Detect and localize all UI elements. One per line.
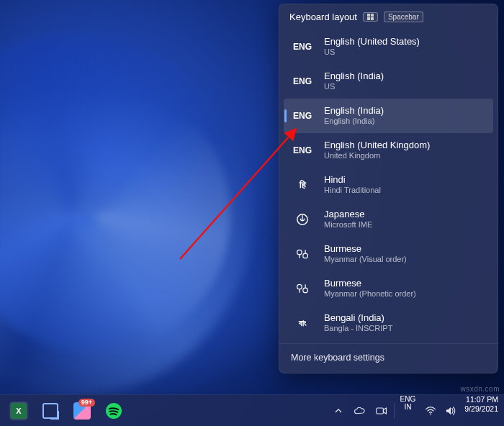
language-line2: IN [404, 403, 411, 411]
layout-sub: United Kingdom [324, 151, 430, 161]
keyboard-layout-flyout: Keyboard layout Spacebar ENGEnglish (Uni… [279, 4, 498, 373]
svg-rect-2 [367, 17, 370, 20]
layout-item-8[interactable]: বাংBengali (India)Bangla - INSCRIPT [284, 306, 493, 340]
cloud-icon [354, 404, 366, 417]
taskbar-pinned-apps: X 99+ [0, 396, 128, 425]
svg-point-8 [303, 288, 308, 293]
layout-code [291, 213, 314, 226]
layout-code: ENG [291, 42, 314, 52]
taskbar-app-excel[interactable]: X [4, 396, 33, 425]
burmese-icon [296, 282, 309, 295]
spacebar-key-hint: Spacebar [384, 12, 423, 22]
layout-name: Japanese [324, 209, 372, 220]
svg-point-7 [297, 284, 302, 289]
tray-clock[interactable]: 11:07 PM 9/29/2021 [462, 395, 504, 426]
more-keyboard-settings-link[interactable]: More keyboard settings [279, 343, 498, 373]
layout-code: हि [291, 180, 314, 190]
wifi-icon [424, 404, 437, 417]
layout-texts: Bengali (India)Bangla - INSCRIPT [324, 312, 392, 334]
layout-sub: Myanmar (Visual order) [324, 255, 407, 265]
layout-texts: English (United States)US [324, 36, 420, 58]
layout-name: Bengali (India) [324, 312, 392, 324]
layout-code [291, 248, 314, 260]
layout-texts: HindiHindi Traditional [324, 174, 381, 196]
layout-sub: US [324, 82, 384, 92]
taskbar: X 99+ [0, 394, 504, 426]
chevron-up-icon [332, 404, 345, 417]
layout-sub: Microsoft IME [324, 220, 372, 230]
layout-sub: English (India) [324, 117, 384, 127]
layout-item-4[interactable]: हिHindiHindi Traditional [284, 168, 493, 202]
layout-code: ENG [291, 76, 314, 86]
layout-name: Burmese [324, 243, 407, 255]
layout-texts: English (United Kingdom)United Kingdom [324, 140, 430, 161]
layout-item-0[interactable]: ENGEnglish (United States)US [284, 30, 493, 64]
svg-rect-3 [371, 17, 374, 20]
layout-item-2[interactable]: ENGEnglish (India)English (India) [284, 99, 493, 133]
layout-texts: English (India)US [324, 71, 384, 92]
layout-sub: Hindi Traditional [324, 186, 381, 196]
clock-time: 11:07 PM [466, 395, 498, 404]
watermark: wsxdn.com [460, 385, 500, 393]
layout-code: বাং [291, 318, 314, 328]
clock-date: 9/29/2021 [464, 404, 498, 414]
layout-texts: BurmeseMyanmar (Visual order) [324, 243, 407, 265]
layout-name: English (India) [324, 71, 384, 82]
tray-onedrive[interactable] [349, 395, 371, 426]
tray-meetnow[interactable] [371, 395, 392, 426]
tray-divider [394, 403, 395, 419]
layout-item-5[interactable]: JapaneseMicrosoft IME [284, 202, 493, 237]
tray-overflow-button[interactable] [328, 395, 349, 426]
layout-sub: Myanmar (Phonetic order) [324, 289, 416, 299]
flyout-header: Keyboard layout Spacebar [279, 4, 498, 27]
camera-icon [375, 404, 388, 417]
layout-name: Burmese [324, 278, 416, 289]
language-line1: ENG [400, 395, 416, 403]
layout-name: Hindi [324, 174, 381, 186]
layout-code [291, 282, 314, 295]
tray-quick-settings[interactable] [420, 395, 462, 426]
svg-point-6 [303, 253, 308, 258]
flyout-title: Keyboard layout [289, 12, 357, 22]
svg-point-11 [430, 413, 431, 414]
taskbar-app-sniptool[interactable] [36, 396, 65, 425]
spotify-icon [106, 403, 122, 419]
layout-code: ENG [291, 145, 314, 155]
layout-list: ENGEnglish (United States)USENGEnglish (… [279, 27, 498, 343]
layout-texts: BurmeseMyanmar (Phonetic order) [324, 278, 416, 299]
taskbar-app-spotify[interactable] [99, 396, 128, 425]
layout-sub: US [324, 47, 420, 58]
layout-name: English (United States) [324, 36, 420, 47]
layout-item-3[interactable]: ENGEnglish (United Kingdom)United Kingdo… [284, 133, 493, 168]
svg-rect-1 [371, 14, 374, 17]
taskbar-widgets[interactable]: 99+ [68, 396, 96, 425]
burmese-icon [296, 248, 309, 260]
tray-language-indicator[interactable]: ENG IN [396, 395, 420, 426]
layout-sub: Bangla - INSCRIPT [324, 324, 392, 334]
taskbar-system-tray: ENG IN 11:07 PM 9/29/2021 [328, 395, 504, 426]
svg-rect-0 [367, 14, 370, 17]
layout-item-1[interactable]: ENGEnglish (India)US [284, 64, 493, 99]
layout-code: ENG [291, 111, 314, 121]
japanese-icon [296, 213, 309, 226]
excel-icon: X [11, 403, 27, 419]
snip-icon [42, 403, 58, 419]
widgets-badge: 99+ [78, 399, 95, 407]
svg-point-5 [297, 250, 302, 255]
layout-texts: JapaneseMicrosoft IME [324, 209, 372, 230]
layout-name: English (United Kingdom) [324, 140, 430, 151]
svg-rect-10 [376, 408, 383, 414]
layout-item-6[interactable]: BurmeseMyanmar (Visual order) [284, 237, 493, 271]
layout-texts: English (India)English (India) [324, 105, 384, 127]
win-key-icon [363, 12, 378, 22]
layout-name: English (India) [324, 105, 384, 117]
layout-item-7[interactable]: BurmeseMyanmar (Phonetic order) [284, 271, 493, 306]
volume-icon [444, 404, 457, 417]
